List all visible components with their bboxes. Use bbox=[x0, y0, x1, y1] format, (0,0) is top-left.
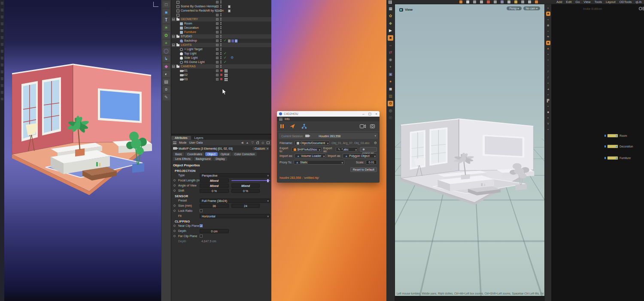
layer-swatch[interactable] bbox=[216, 27, 219, 29]
tree-row[interactable]: Side Light ✓ ⚙ bbox=[171, 56, 271, 60]
shelf-tool-icon[interactable]: ⚙ bbox=[388, 101, 393, 106]
display-option-icon[interactable]: ▲ bbox=[546, 46, 550, 51]
visibility-dots[interactable] bbox=[220, 39, 222, 42]
back-arrow-icon[interactable]: ◀ bbox=[241, 141, 243, 144]
close-button[interactable]: × bbox=[375, 112, 377, 116]
size-field-2[interactable]: 24 bbox=[231, 204, 260, 208]
tree-row[interactable]: Decoration ✓ ⚙ bbox=[171, 26, 271, 30]
visibility-dots[interactable] bbox=[220, 0, 222, 4]
layer-swatch[interactable] bbox=[216, 1, 219, 3]
attribute-tab-chip[interactable]: Coordinates bbox=[185, 152, 204, 156]
tree-row[interactable]: CAMERAS ✓ ⚙ bbox=[171, 64, 271, 69]
tree-row[interactable]: 02 ✓ ⚙ bbox=[171, 73, 271, 77]
toolbar-icon[interactable] bbox=[487, 0, 490, 3]
tab-layers[interactable]: Layers bbox=[191, 136, 207, 140]
tree-row[interactable]: RS Dome Light ✓ ⚙ bbox=[171, 60, 271, 64]
keyframe-dot[interactable] bbox=[173, 225, 176, 227]
layer-swatch[interactable] bbox=[216, 57, 219, 59]
expander-icon[interactable] bbox=[172, 18, 175, 21]
layer-swatch[interactable] bbox=[216, 18, 219, 21]
display-option-icon[interactable]: ▪ bbox=[546, 6, 550, 10]
houdini-viewport[interactable]: View Persp No cam Left mouse tumbles, Mi… bbox=[395, 4, 544, 296]
tree-row[interactable]: + Light Target ✓ ⚙ bbox=[171, 47, 271, 51]
c4d-camera-icon[interactable] bbox=[360, 124, 366, 129]
depth-field[interactable]: 0 cm bbox=[200, 229, 229, 233]
visibility-dots[interactable] bbox=[220, 65, 222, 68]
display-option-icon[interactable]: ■ bbox=[546, 41, 550, 45]
toolbar-icon[interactable] bbox=[528, 0, 531, 3]
shelf-tool-icon[interactable]: ◆ bbox=[388, 21, 393, 26]
shelf-tool-icon[interactable]: ↔ bbox=[388, 42, 393, 48]
layer-swatch[interactable] bbox=[216, 14, 219, 16]
expander-icon[interactable] bbox=[172, 44, 175, 46]
layer-swatch[interactable] bbox=[216, 31, 219, 33]
layer-swatch[interactable] bbox=[216, 9, 219, 12]
tool-icon[interactable]: ☀ bbox=[163, 24, 170, 31]
tool-icon[interactable]: □ bbox=[163, 1, 170, 8]
display-option-icon[interactable]: ◂ bbox=[546, 87, 550, 91]
send-to-houdini-icon[interactable] bbox=[290, 123, 295, 129]
tool-icon[interactable]: ■ bbox=[163, 9, 170, 15]
enabled-check-icon[interactable]: ✓ bbox=[224, 39, 227, 43]
aov-field-2[interactable]: Mixed bbox=[231, 184, 260, 188]
tree-row[interactable]: Scene By Gustavo Henrique ✓ ⚙ bbox=[171, 4, 271, 9]
enabled-check-icon[interactable]: ✓ bbox=[224, 51, 227, 56]
layer-swatch[interactable] bbox=[216, 69, 219, 72]
node-tree-icon[interactable] bbox=[301, 123, 307, 129]
keyframe-dot[interactable] bbox=[173, 210, 176, 212]
perspective-selector[interactable]: Persp bbox=[507, 6, 521, 10]
layer-swatch[interactable] bbox=[216, 52, 219, 55]
keyframe-dot[interactable] bbox=[173, 235, 176, 237]
proxy-dropdown[interactable]: ▲ Static bbox=[294, 160, 344, 165]
tree-row[interactable]: 03 ✓ ⚙ bbox=[171, 77, 271, 81]
layer-swatch[interactable] bbox=[216, 35, 219, 38]
display-option-icon[interactable]: ▪ bbox=[546, 127, 550, 132]
node-body[interactable] bbox=[607, 144, 618, 148]
tree-row[interactable]: 01 ✓ ⚙ bbox=[171, 69, 271, 73]
shift-field-1[interactable]: 0 % bbox=[200, 189, 229, 193]
visibility-dots[interactable] bbox=[220, 30, 222, 34]
display-option-icon[interactable]: ▪ bbox=[546, 93, 550, 97]
toolbar-icon[interactable] bbox=[480, 0, 483, 3]
display-option-icon[interactable]: / bbox=[546, 69, 550, 74]
popout-icon[interactable] bbox=[267, 141, 270, 144]
visibility-dots[interactable] bbox=[220, 56, 222, 60]
menu-item[interactable]: View bbox=[583, 0, 590, 4]
layout-grid-icon[interactable] bbox=[389, 0, 392, 4]
attribute-tab-chip[interactable]: Optical bbox=[219, 152, 231, 156]
size-field-1[interactable]: 36 bbox=[200, 204, 229, 208]
display-option-icon[interactable]: ▪ bbox=[546, 52, 550, 57]
tool-icon[interactable]: T bbox=[163, 17, 170, 23]
render-toggle-icon[interactable] bbox=[220, 69, 222, 72]
shift-field-2[interactable]: 0 % bbox=[231, 189, 260, 193]
view-pane-tab[interactable]: View bbox=[399, 8, 413, 12]
visibility-dots[interactable] bbox=[220, 48, 222, 51]
annotation-tag-icon[interactable] bbox=[228, 9, 231, 12]
visibility-dots[interactable] bbox=[220, 18, 222, 21]
near-clip-checkbox[interactable] bbox=[200, 224, 203, 227]
shelf-tool-icon[interactable]: ▣ bbox=[388, 72, 393, 77]
display-option-icon[interactable]: ▪ bbox=[546, 81, 550, 85]
shelf-tool-icon[interactable]: ◎ bbox=[388, 108, 393, 114]
focal-field[interactable]: Mixed bbox=[200, 178, 229, 183]
menu-item[interactable]: ODTools bbox=[619, 0, 632, 4]
c4d2hou-dialog[interactable]: C4D2HOU – ▢ × Info Current Session Houdi… bbox=[277, 111, 380, 183]
hou-camera-icon[interactable] bbox=[370, 124, 376, 129]
expander-icon[interactable] bbox=[172, 65, 175, 68]
node-input-flag[interactable] bbox=[605, 135, 606, 137]
display-option-icon[interactable]: Y bbox=[546, 122, 550, 126]
attribute-tab-chip[interactable]: Display bbox=[213, 157, 227, 161]
focal-slider[interactable] bbox=[231, 180, 270, 181]
tree-row[interactable]: Top Light ✓ ⚙ bbox=[171, 51, 271, 56]
material-tag-chips[interactable] bbox=[228, 39, 237, 42]
session-dropdown[interactable]: Current Session Houdini 283,558 bbox=[279, 133, 378, 139]
filename-dropdown[interactable]: Objects/Document bbox=[295, 141, 330, 145]
info-menu[interactable]: Info bbox=[285, 117, 290, 120]
maximize-button[interactable]: ▢ bbox=[368, 112, 372, 116]
scale-field[interactable]: 0.01 bbox=[366, 160, 377, 165]
shelf-tool-icon[interactable]: ● bbox=[388, 79, 393, 84]
display-option-icon[interactable]: ▛ bbox=[546, 99, 550, 103]
visibility-dots[interactable] bbox=[220, 60, 222, 64]
visibility-dots[interactable] bbox=[220, 35, 222, 38]
tree-row[interactable]: LIGHTS ✓ ⚙ bbox=[171, 43, 271, 47]
